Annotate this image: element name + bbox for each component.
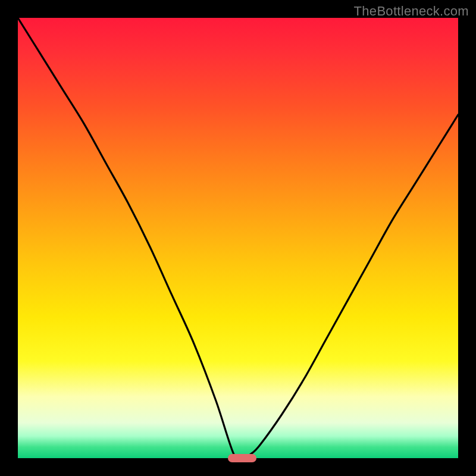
plot-area — [18, 18, 458, 458]
optimal-point-marker — [228, 454, 256, 462]
bottleneck-chart: TheBottleneck.com — [0, 0, 476, 476]
curve-svg — [18, 18, 458, 458]
watermark-text: TheBottleneck.com — [354, 4, 469, 19]
bottleneck-curve-path — [18, 18, 458, 458]
